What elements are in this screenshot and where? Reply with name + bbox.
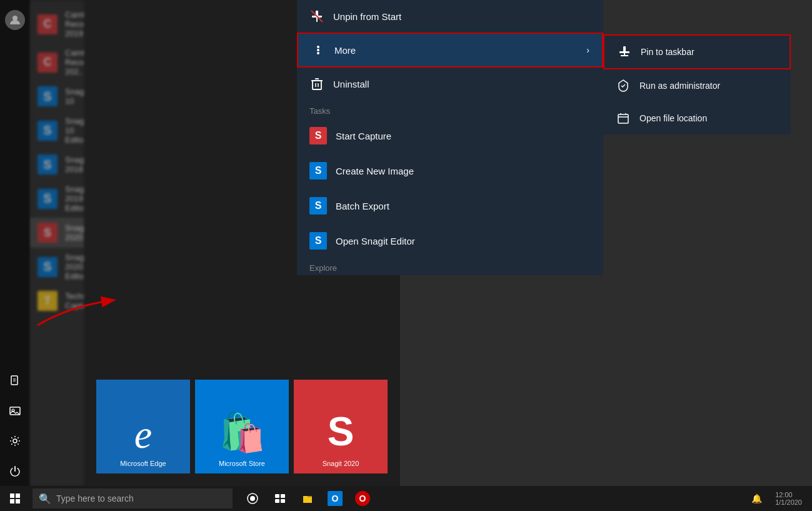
context-menu-unpin[interactable]: Unpin from Start [297, 0, 603, 33]
taskbar-search-box[interactable]: 🔍 Type here to search [33, 488, 233, 508]
pin-taskbar-label: Pin to taskbar [641, 47, 694, 57]
taskbar-start-button[interactable] [0, 486, 30, 511]
sidebar-profile[interactable] [0, 5, 30, 35]
svg-rect-14 [313, 81, 321, 89]
edge-icon: e [134, 415, 152, 455]
context-menu-start-capture[interactable]: S Start Capture [297, 118, 603, 153]
app-icon-snagit-2020: S [38, 223, 58, 243]
more-label: More [334, 45, 578, 56]
svg-rect-33 [281, 499, 285, 503]
tasks-section-label: Tasks [297, 100, 603, 118]
app-label-snagit-10-editor: Snagit 10 Editor [65, 116, 84, 144]
context-menu-create-new-image[interactable]: S Create New Image [297, 153, 603, 188]
app-label-camtasia-2020: Camtasia Recorder 202... [65, 48, 84, 76]
svg-point-13 [317, 52, 319, 54]
submenu-open-file-location[interactable]: Open file location [603, 102, 791, 134]
svg-point-29 [250, 496, 255, 501]
taskbar-clock: 12:001/1/2020 [770, 491, 807, 506]
context-menu-open-snagit-editor[interactable]: S Open Snagit Editor [297, 223, 603, 258]
sidebar-documents[interactable] [0, 366, 30, 396]
tile-snagit-2020[interactable]: S Snagit 2020 [294, 380, 388, 473]
app-item-snagit-2020[interactable]: S Snagit 2020 [30, 218, 84, 248]
sidebar-photos[interactable] [0, 396, 30, 426]
app-item-techsmith[interactable]: T Techsmith Capture [30, 286, 84, 316]
open-file-location-label: Open file location [639, 113, 707, 123]
create-new-image-label: Create New Image [336, 166, 591, 176]
pin-taskbar-icon [617, 44, 632, 59]
svg-rect-21 [619, 51, 629, 53]
batch-export-icon: S [309, 197, 327, 215]
sidebar-power[interactable] [0, 456, 30, 486]
svg-rect-1 [11, 376, 18, 385]
app-icon-snagit-10-editor: S [38, 121, 58, 141]
app-item-camtasia-2020[interactable]: C Camtasia Recorder 202... [30, 43, 84, 81]
app-label-snagit-2018: Snagit 2018 [65, 155, 84, 174]
app-label-camtasia-2019: Camtasia Recorder 2019 [65, 10, 84, 38]
taskbar-opera-icon[interactable]: O [350, 486, 375, 511]
uninstall-icon [309, 76, 324, 91]
taskbar-task-view-icon[interactable] [268, 486, 293, 511]
start-menu-sidebar [0, 0, 30, 486]
create-new-image-icon: S [309, 162, 327, 180]
context-menu-batch-export[interactable]: S Batch Export [297, 188, 603, 223]
app-label-snagit-10: Snagit 10 [65, 87, 84, 106]
svg-rect-25 [16, 493, 20, 498]
app-item-snagit-2020-editor[interactable]: S Snagit 2020 Editor [30, 248, 84, 286]
more-icon [311, 43, 326, 58]
taskbar-cortana-icon[interactable] [240, 486, 265, 511]
avatar [5, 10, 25, 30]
app-list: C Camtasia Recorder 2019 C Camtasia Reco… [30, 0, 84, 486]
snagit-tile-icon: S [328, 408, 354, 455]
svg-rect-32 [275, 499, 279, 503]
submenu-pin-taskbar[interactable]: Pin to taskbar [603, 34, 791, 69]
context-menu-more[interactable]: More › [297, 33, 603, 68]
submenu: Pin to taskbar Run as administrator Open… [603, 34, 791, 134]
svg-rect-24 [10, 493, 14, 498]
app-label-snagit-2020-editor: Snagit 2020 Editor [65, 253, 84, 281]
app-icon-snagit-10: S [38, 86, 58, 106]
svg-rect-27 [16, 499, 20, 503]
app-item-snagit-10[interactable]: S Snagit 10 [30, 81, 84, 111]
submenu-run-as-admin[interactable]: Run as administrator [603, 69, 791, 102]
svg-rect-23 [618, 114, 628, 123]
svg-point-0 [13, 16, 18, 21]
context-menu-uninstall[interactable]: Uninstall [297, 68, 603, 100]
taskbar-file-explorer-icon[interactable] [295, 486, 320, 511]
explore-section-label: Explore [297, 258, 603, 275]
app-item-camtasia-2019[interactable]: C Camtasia Recorder 2019 [30, 5, 84, 43]
app-icon-snagit-2018: S [38, 154, 58, 175]
unpin-label: Unpin from Start [333, 11, 591, 22]
app-item-snagit-10-editor[interactable]: S Snagit 10 Editor [30, 111, 84, 149]
tile-store-label: Microsoft Store [219, 460, 265, 467]
svg-rect-26 [10, 499, 14, 503]
sidebar-settings[interactable] [0, 426, 30, 456]
svg-rect-30 [275, 494, 279, 498]
uninstall-label: Uninstall [333, 79, 591, 89]
app-label-snagit-2020: Snagit 2020 [65, 223, 84, 242]
taskbar-notification-icon[interactable]: 🔔 [744, 486, 769, 511]
more-arrow-icon: › [586, 45, 589, 55]
svg-point-12 [317, 49, 319, 51]
app-label-snagit-2019-editor: Snagit 2019 Editor [65, 185, 84, 213]
run-as-admin-icon [616, 78, 631, 93]
taskbar-sys-icons: 🔔 12:001/1/2020 [744, 486, 812, 511]
svg-rect-31 [281, 494, 285, 498]
taskbar-search-placeholder: Type here to search [56, 493, 134, 503]
taskbar: 🔍 Type here to search [0, 486, 812, 511]
app-item-snagit-2019-editor[interactable]: S Snagit 2019 Editor [30, 180, 84, 218]
tile-edge-label: Microsoft Edge [120, 460, 166, 467]
store-icon: 🛍️ [219, 410, 266, 455]
taskbar-app-icons: O O [240, 486, 375, 511]
start-capture-label: Start Capture [336, 131, 591, 141]
app-icon-snagit-2019-editor: S [38, 189, 58, 209]
start-capture-icon: S [309, 127, 327, 144]
svg-point-11 [317, 46, 319, 48]
unpin-icon [309, 9, 324, 24]
app-item-snagit-2018[interactable]: S Snagit 2018 [30, 149, 84, 180]
open-snagit-editor-icon: S [309, 232, 327, 250]
svg-point-6 [13, 439, 17, 443]
taskbar-outlook-icon[interactable]: O [323, 486, 348, 511]
tile-microsoft-store[interactable]: 🛍️ Microsoft Store [195, 380, 289, 473]
tile-microsoft-edge[interactable]: e Microsoft Edge [96, 380, 190, 473]
app-label-techsmith: Techsmith Capture [65, 291, 84, 310]
